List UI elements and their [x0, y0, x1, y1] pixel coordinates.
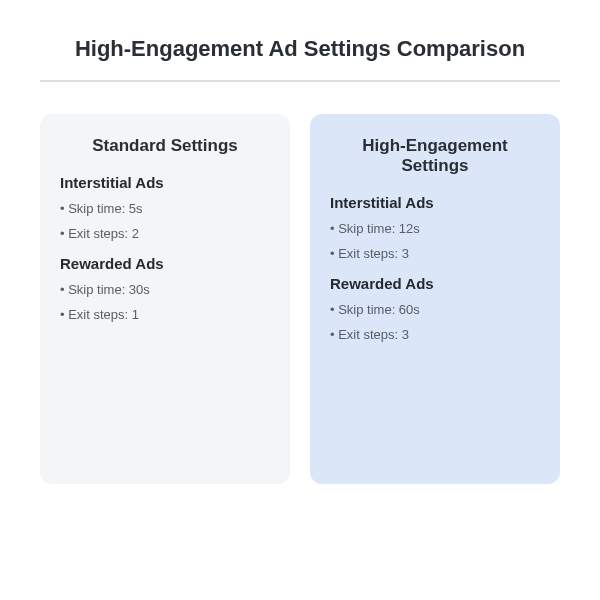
card-high-engagement: High-Engagement Settings Interstitial Ad… — [310, 114, 560, 484]
setting-item: Skip time: 5s — [60, 201, 270, 216]
section-title: Rewarded Ads — [330, 275, 540, 292]
section-title: Rewarded Ads — [60, 255, 270, 272]
page-title: High-Engagement Ad Settings Comparison — [40, 36, 560, 82]
setting-item: Exit steps: 3 — [330, 246, 540, 261]
card-standard-title: Standard Settings — [60, 136, 270, 156]
card-high-title: High-Engagement Settings — [330, 136, 540, 176]
comparison-page: High-Engagement Ad Settings Comparison S… — [0, 0, 600, 504]
setting-item: Skip time: 30s — [60, 282, 270, 297]
setting-item: Exit steps: 1 — [60, 307, 270, 322]
standard-interstitial-block: Interstitial Ads Skip time: 5s Exit step… — [60, 174, 270, 241]
high-interstitial-block: Interstitial Ads Skip time: 12s Exit ste… — [330, 194, 540, 261]
card-standard: Standard Settings Interstitial Ads Skip … — [40, 114, 290, 484]
setting-item: Exit steps: 2 — [60, 226, 270, 241]
section-title: Interstitial Ads — [60, 174, 270, 191]
standard-rewarded-block: Rewarded Ads Skip time: 30s Exit steps: … — [60, 255, 270, 322]
setting-item: Skip time: 12s — [330, 221, 540, 236]
setting-item: Skip time: 60s — [330, 302, 540, 317]
setting-item: Exit steps: 3 — [330, 327, 540, 342]
high-rewarded-block: Rewarded Ads Skip time: 60s Exit steps: … — [330, 275, 540, 342]
comparison-columns: Standard Settings Interstitial Ads Skip … — [40, 114, 560, 484]
section-title: Interstitial Ads — [330, 194, 540, 211]
